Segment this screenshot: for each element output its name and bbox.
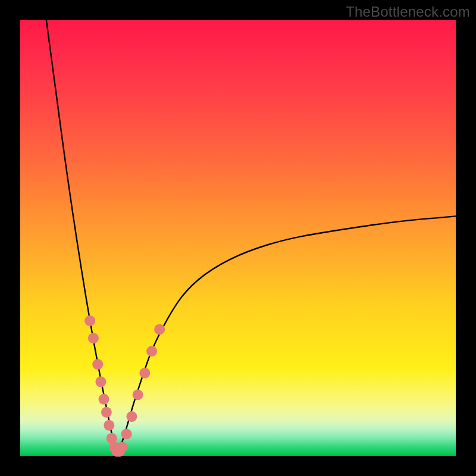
bead-marker <box>146 346 157 356</box>
bead-marker <box>99 394 109 405</box>
bead-marker <box>117 441 127 452</box>
watermark-text: TheBottleneck.com <box>346 4 470 20</box>
bead-marker <box>133 390 143 400</box>
bead-marker <box>92 359 103 369</box>
bead-marker <box>126 411 137 422</box>
plot-area <box>20 20 456 456</box>
bead-marker <box>84 315 95 326</box>
bead-group <box>84 315 165 457</box>
bead-marker <box>88 333 99 343</box>
bead-marker <box>101 407 112 418</box>
bead-marker <box>95 377 106 387</box>
bead-marker <box>154 324 165 335</box>
chart-frame: TheBottleneck.com <box>0 0 476 476</box>
bead-marker <box>104 420 114 431</box>
bottleneck-curve <box>46 20 456 450</box>
chart-overlay <box>20 20 456 456</box>
bead-marker <box>139 368 150 378</box>
bead-marker <box>121 428 132 439</box>
